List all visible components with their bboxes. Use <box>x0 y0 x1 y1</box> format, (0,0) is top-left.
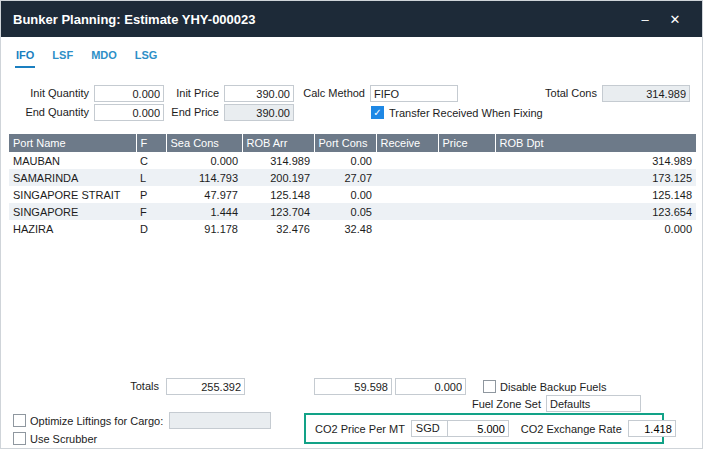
bunker-grid: Port Name F Sea Cons ROB Arr Port Cons R… <box>9 134 696 237</box>
co2-exchange-rate-label: CO2 Exchange Rate <box>521 423 622 435</box>
init-price-label: Init Price <box>167 85 219 102</box>
col-sea-cons[interactable]: Sea Cons <box>166 134 242 152</box>
cell-rob-dpt: 173.125 <box>495 169 696 186</box>
cell-port-name: SINGAPORE STRAIT <box>9 186 136 203</box>
grid-header-row: Port Name F Sea Cons ROB Arr Port Cons R… <box>9 134 696 152</box>
table-row[interactable]: MAUBAN C 0.000 314.989 0.00 314.989 <box>9 152 696 169</box>
bunker-planning-dialog: Bunker Planning: Estimate YHY-000023 – ✕… <box>0 0 703 449</box>
cell-port-name: HAZIRA <box>9 220 136 237</box>
optimize-liftings-field <box>169 412 271 429</box>
table-row[interactable]: SINGAPORE F 1.444 123.704 0.05 123.654 <box>9 203 696 220</box>
titlebar: Bunker Planning: Estimate YHY-000023 – ✕ <box>1 1 702 37</box>
cell-f: C <box>136 152 166 169</box>
cell-sea-cons: 0.000 <box>166 152 242 169</box>
co2-currency-select[interactable]: SGD <box>412 421 448 436</box>
cell-rob-arr: 125.148 <box>242 186 314 203</box>
cell-receive <box>376 169 438 186</box>
fuel-grade-tabs: IFO LSF MDO LSG <box>15 45 158 68</box>
cell-price <box>438 152 495 169</box>
cell-sea-cons: 91.178 <box>166 220 242 237</box>
transfer-received-label[interactable]: Transfer Received When Fixing <box>389 105 543 121</box>
cell-port-cons: 32.48 <box>314 220 376 237</box>
col-rob-dpt[interactable]: ROB Dpt <box>495 134 696 152</box>
cell-rob-dpt: 314.989 <box>495 152 696 169</box>
cell-price <box>438 220 495 237</box>
cell-port-cons: 0.00 <box>314 152 376 169</box>
cell-receive <box>376 220 438 237</box>
cell-port-cons: 0.00 <box>314 186 376 203</box>
cell-price <box>438 186 495 203</box>
cell-receive <box>376 152 438 169</box>
co2-price-group: SGD <box>411 420 509 437</box>
window-title: Bunker Planning: Estimate YHY-000023 <box>13 12 630 27</box>
cell-rob-arr: 314.989 <box>242 152 314 169</box>
totals-port-cons-field <box>314 378 392 395</box>
cell-port-name: MAUBAN <box>9 152 136 169</box>
col-rob-arr[interactable]: ROB Arr <box>242 134 314 152</box>
cell-f: F <box>136 203 166 220</box>
use-scrubber-checkbox[interactable] <box>13 432 26 445</box>
cell-price <box>438 203 495 220</box>
cell-port-cons: 0.05 <box>314 203 376 220</box>
tab-lsf[interactable]: LSF <box>51 45 74 68</box>
cell-rob-arr: 123.704 <box>242 203 314 220</box>
init-quantity-label: Init Quantity <box>7 85 89 102</box>
end-price-field <box>224 104 294 121</box>
cell-receive <box>376 203 438 220</box>
tab-lsg[interactable]: LSG <box>134 45 159 68</box>
cell-rob-dpt: 0.000 <box>495 220 696 237</box>
cell-rob-dpt: 125.148 <box>495 186 696 203</box>
cell-sea-cons: 114.793 <box>166 169 242 186</box>
table-row[interactable]: SINGAPORE STRAIT P 47.977 125.148 0.00 1… <box>9 186 696 203</box>
table-row[interactable]: HAZIRA D 91.178 32.476 32.48 0.000 <box>9 220 696 237</box>
minimize-icon[interactable]: – <box>630 12 660 27</box>
cell-receive <box>376 186 438 203</box>
col-receive[interactable]: Receive <box>376 134 438 152</box>
col-price[interactable]: Price <box>438 134 495 152</box>
cell-f: D <box>136 220 166 237</box>
calc-method-field[interactable] <box>370 85 458 102</box>
cell-rob-arr: 32.476 <box>242 220 314 237</box>
fuel-zone-set-field[interactable] <box>546 395 641 412</box>
cell-port-cons: 27.07 <box>314 169 376 186</box>
close-icon[interactable]: ✕ <box>660 12 690 27</box>
optimize-liftings-label[interactable]: Optimize Liftings for Cargo: <box>30 413 163 429</box>
cell-f: L <box>136 169 166 186</box>
totals-sea-cons-field <box>166 378 245 395</box>
cell-port-name: SINGAPORE <box>9 203 136 220</box>
col-f[interactable]: F <box>136 134 166 152</box>
cell-rob-arr: 200.197 <box>242 169 314 186</box>
cell-price <box>438 169 495 186</box>
cell-sea-cons: 1.444 <box>166 203 242 220</box>
calc-method-label: Calc Method <box>299 85 365 102</box>
total-cons-label: Total Cons <box>537 85 597 102</box>
totals-label: Totals <box>97 378 159 395</box>
disable-backup-fuels-checkbox[interactable] <box>483 380 496 393</box>
table-row[interactable]: SAMARINDA L 114.793 200.197 27.07 173.12… <box>9 169 696 186</box>
col-port-name[interactable]: Port Name <box>9 134 136 152</box>
optimize-liftings-checkbox[interactable] <box>13 414 26 427</box>
cell-port-name: SAMARINDA <box>9 169 136 186</box>
col-port-cons[interactable]: Port Cons <box>314 134 376 152</box>
end-price-label: End Price <box>167 104 219 121</box>
disable-backup-fuels-label[interactable]: Disable Backup Fuels <box>500 379 606 395</box>
fuel-zone-set-label: Fuel Zone Set <box>463 396 541 413</box>
tab-ifo[interactable]: IFO <box>15 45 35 68</box>
init-quantity-field[interactable] <box>94 85 164 102</box>
co2-panel: CO2 Price Per MT SGD CO2 Exchange Rate <box>304 413 664 444</box>
check-icon: ✓ <box>373 107 381 118</box>
tab-mdo[interactable]: MDO <box>90 45 118 68</box>
co2-price-label: CO2 Price Per MT <box>315 423 405 435</box>
end-quantity-label: End Quantity <box>7 104 89 121</box>
end-quantity-field[interactable] <box>94 104 164 121</box>
totals-receive-field <box>395 378 466 395</box>
cell-sea-cons: 47.977 <box>166 186 242 203</box>
use-scrubber-label[interactable]: Use Scrubber <box>30 431 97 447</box>
cell-rob-dpt: 123.654 <box>495 203 696 220</box>
cell-f: P <box>136 186 166 203</box>
total-cons-field <box>602 85 690 102</box>
co2-exchange-rate-field[interactable] <box>628 420 676 437</box>
init-price-field[interactable] <box>224 85 294 102</box>
co2-price-field[interactable] <box>448 421 508 436</box>
transfer-received-checkbox[interactable]: ✓ <box>371 106 384 119</box>
